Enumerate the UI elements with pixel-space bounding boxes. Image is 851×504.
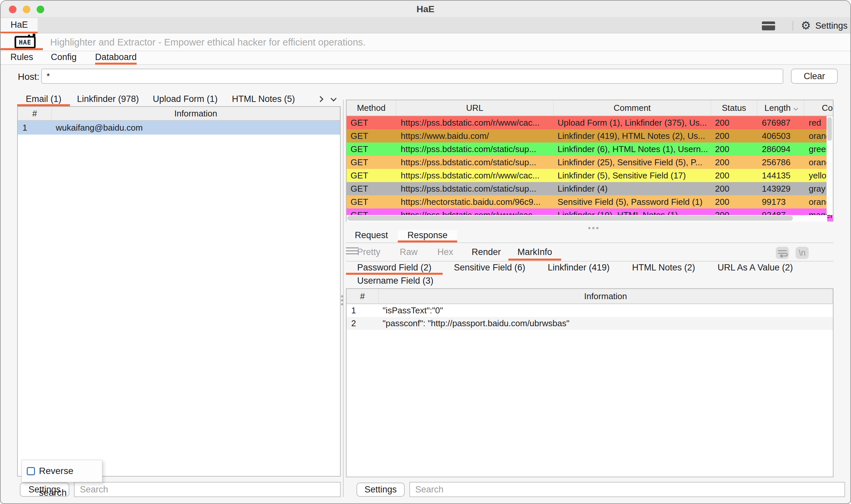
tab-markinfo[interactable]: MarkInfo	[508, 246, 561, 260]
cell-comment: Sensitive Field (5), Password Field (1)	[554, 195, 711, 209]
message-editor-tabs: Request Response	[346, 230, 834, 242]
table-header: # Information	[18, 107, 340, 121]
tab-pretty[interactable]: Pretty	[351, 246, 387, 260]
table-row[interactable]: 1 wukaifang@baidu.com	[18, 121, 340, 134]
http-table-row[interactable]: GET https://pss.bdstatic.com/static/sup.…	[347, 143, 833, 156]
cell-comment: Linkfinder (6), HTML Notes (1), Usern...	[554, 143, 711, 156]
logo-underline	[1, 48, 43, 50]
cell-url: https://pss.bdstatic.com/static/sup...	[396, 156, 554, 169]
cell-method: GET	[347, 129, 396, 143]
http-table-row[interactable]: GET https://www.baidu.com/ Linkfinder (4…	[347, 129, 833, 143]
extension-tabbar: HaE ⚙ Settings	[1, 18, 850, 33]
cell-length: 676987	[757, 116, 804, 129]
http-table-row[interactable]: GET https://pss.bdstatic.com/static/sup.…	[347, 156, 833, 169]
tab-render[interactable]: Render	[465, 246, 508, 260]
cell-comment: Upload Form (1), Linkfinder (375), Us...	[554, 116, 711, 129]
header-information[interactable]: Information	[52, 107, 340, 120]
cell-num: 2	[347, 317, 379, 330]
tab-email[interactable]: Email (1)	[17, 94, 70, 106]
sort-desc-icon	[794, 106, 798, 110]
tab-password-field[interactable]: Password Field (2)	[346, 262, 443, 275]
http-table-row[interactable]: GET https://hectorstatic.baidu.com/96c9.…	[347, 195, 833, 209]
reverse-search-checkbox[interactable]	[27, 467, 35, 475]
markinfo-row[interactable]: 2 "passconf": "http://passport.baidu.com…	[347, 317, 833, 330]
hscroll-thumb[interactable]	[347, 216, 793, 221]
tab-url-as-a-value[interactable]: URL As A Value (2)	[707, 262, 804, 275]
header-comment[interactable]: Comment	[554, 100, 711, 115]
soft-wrap-icon[interactable]	[776, 247, 789, 259]
tab-rules[interactable]: Rules	[6, 52, 37, 65]
titlebar: HaE	[1, 1, 850, 18]
left-search-input[interactable]	[74, 482, 341, 497]
tab-linkfinder[interactable]: Linkfinder (978)	[75, 94, 141, 106]
show-newlines-icon[interactable]: \n	[796, 247, 809, 259]
cell-length: 144135	[757, 169, 804, 182]
tab-username-field[interactable]: Username Field (3)	[346, 275, 445, 288]
cell-length: 286094	[757, 143, 804, 156]
app-subtitle: Highlighter and Extractor - Empower ethi…	[50, 34, 365, 51]
cell-comment: Linkfinder (4)	[554, 182, 711, 195]
tab-hae[interactable]: HaE	[1, 18, 38, 33]
tab-sensitive-field[interactable]: Sensitive Field (6)	[443, 262, 536, 275]
reverse-search-label: Reverse search	[39, 460, 102, 483]
tab-html-notes-mark[interactable]: HTML Notes (2)	[621, 262, 707, 275]
tab-request[interactable]: Request	[350, 230, 393, 242]
vertical-scrollbar[interactable]	[827, 116, 833, 215]
header-method[interactable]: Method	[347, 100, 396, 115]
cell-method: GET	[347, 116, 396, 129]
cell-status: 200	[711, 182, 757, 195]
tab-raw[interactable]: Raw	[394, 246, 424, 260]
cell-method: GET	[347, 195, 396, 209]
cell-num: 1	[18, 121, 52, 134]
horizontal-scrollbar[interactable]	[347, 215, 827, 222]
banner: HAE Highlighter and Extractor - Empower …	[1, 34, 850, 51]
tab-hex[interactable]: Hex	[431, 246, 460, 260]
http-table-row[interactable]: GET https://pss.bdstatic.com/r/www/cac..…	[347, 169, 833, 182]
header-status[interactable]: Status	[711, 100, 757, 115]
header-information[interactable]: Information	[379, 289, 833, 304]
tab-scroll-right-icon[interactable]	[317, 96, 323, 102]
vscroll-thumb[interactable]	[827, 117, 832, 141]
cell-status: 200	[711, 156, 757, 169]
layout-window-icon[interactable]	[762, 21, 775, 30]
reverse-search-popup: Reverse search	[21, 460, 102, 482]
cell-method: GET	[347, 143, 396, 156]
settings-menu[interactable]: Settings	[815, 18, 848, 33]
http-table-row[interactable]: GET https://pss.bdstatic.com/r/www/cac..…	[347, 116, 833, 129]
header-num[interactable]: #	[18, 107, 52, 120]
header-color[interactable]: Color	[804, 100, 834, 115]
extracted-info-table: # Information 1 wukaifang@baidu.com	[17, 106, 341, 476]
tab-config[interactable]: Config	[47, 52, 81, 65]
tab-linkfinder-mark[interactable]: Linkfinder (419)	[536, 262, 621, 275]
tab-html-notes[interactable]: HTML Notes (5)	[230, 94, 296, 106]
cell-information: "passconf": "http://passport.baidu.com/u…	[379, 317, 833, 330]
http-table-row[interactable]: GET https://pss.bdstatic.com/static/sup.…	[347, 182, 833, 195]
divider	[346, 242, 834, 243]
tab-response[interactable]: Response	[398, 230, 457, 242]
app-window: HaE HaE ⚙ Settings HAE Highlighter and E…	[0, 0, 851, 504]
cell-comment: Linkfinder (419), HTML Notes (2), Us...	[554, 129, 711, 143]
markinfo-table: # Information 1 "isPassText":"0" 2 "pass…	[346, 288, 834, 477]
tab-list-dropdown-icon[interactable]	[330, 95, 336, 101]
cell-method: GET	[347, 169, 396, 182]
hae-logo-icon: HAE	[15, 36, 36, 49]
header-num[interactable]: #	[347, 289, 379, 304]
tab-upload-form[interactable]: Upload Form (1)	[150, 94, 220, 106]
cell-length: 256786	[757, 156, 804, 169]
cell-comment: Linkfinder (5), Sensitive Field (17)	[554, 169, 711, 182]
cell-status: 200	[711, 143, 757, 156]
tab-databoard[interactable]: Databoard	[95, 52, 137, 65]
cell-method: GET	[347, 182, 396, 195]
header-length[interactable]: Length	[757, 100, 804, 115]
header-url[interactable]: URL	[396, 100, 554, 115]
gear-icon[interactable]: ⚙	[801, 18, 811, 33]
cell-status: 200	[711, 129, 757, 143]
clear-button[interactable]: Clear	[791, 69, 838, 84]
markinfo-row[interactable]: 1 "isPassText":"0"	[347, 304, 833, 317]
host-input[interactable]	[41, 69, 783, 84]
right-settings-button[interactable]: Settings	[357, 483, 405, 497]
splitter-handle-icon[interactable]	[341, 295, 343, 307]
markinfo-table-header: # Information	[347, 289, 833, 304]
right-search-input[interactable]	[409, 482, 845, 497]
http-table-header: Method URL Comment Status Length Color	[347, 100, 833, 116]
